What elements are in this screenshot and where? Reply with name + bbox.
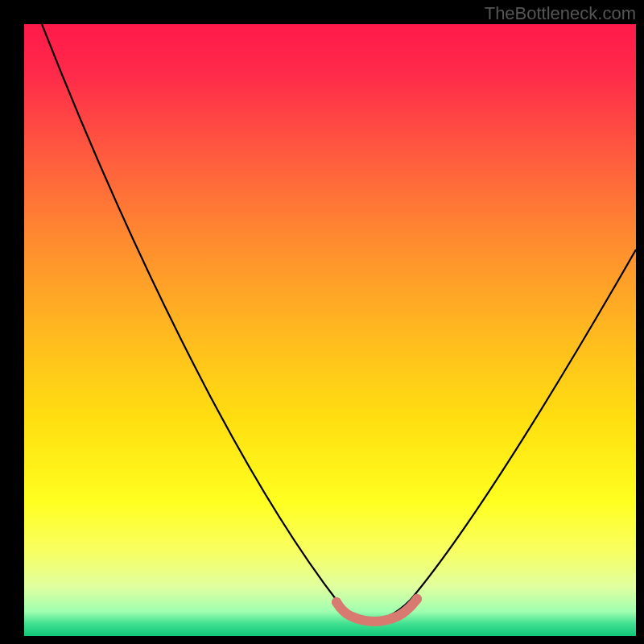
plot-area <box>24 24 636 636</box>
chart-svg <box>24 24 636 636</box>
optimal-dot-left <box>332 597 341 607</box>
optimal-dot-right <box>412 594 422 604</box>
bottleneck-curve-line <box>42 24 636 620</box>
optimal-band-marker <box>336 599 417 621</box>
watermark-text: TheBottleneck.com <box>485 3 636 24</box>
